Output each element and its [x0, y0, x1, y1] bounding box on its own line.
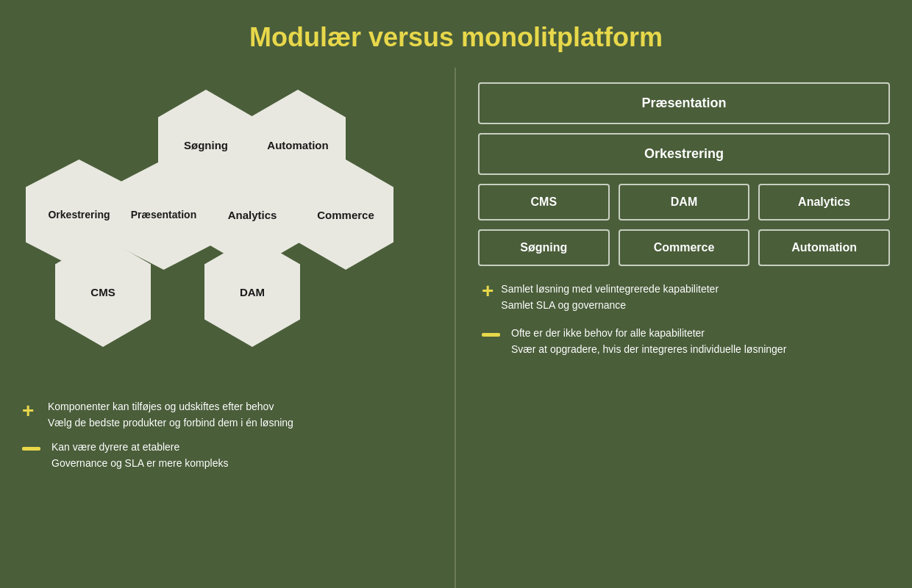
monolith-box-group: Præsentation Orkestrering CMS DAM Analyt… — [478, 82, 890, 266]
hex-dam: DAM — [204, 237, 300, 347]
left-panel: Søgning Automation Orkestrering Analytic… — [0, 68, 456, 588]
mono-box-dam: DAM — [619, 184, 750, 220]
right-pros-cons: + Samlet løsning med velintegrerede kapa… — [478, 281, 890, 358]
mono-row-3a: CMS DAM Analytics — [478, 184, 890, 220]
mono-box-analytics: Analytics — [758, 184, 890, 220]
mono-box-cms: CMS — [478, 184, 610, 220]
mono-box-sogning: Søgning — [478, 229, 610, 266]
right-pro-text: Samlet løsning med velintegrerede kapabi… — [501, 281, 719, 314]
left-con-item: Kan være dyrere at etablere Governance o… — [22, 439, 432, 472]
right-plus-icon: + — [482, 281, 494, 301]
hex-cms: CMS — [55, 237, 151, 347]
right-minus-icon — [482, 333, 500, 337]
mono-box-commerce: Commerce — [619, 229, 750, 266]
mono-row-orkestrering: Orkestrering — [478, 133, 890, 175]
left-pro-text: Komponenter kan tilføjes og udskiftes ef… — [48, 398, 293, 431]
mono-box-presentation: Præsentation — [478, 82, 890, 124]
hex-commerce: Commerce — [298, 159, 393, 270]
left-con-text: Kan være dyrere at etablere Governance o… — [51, 439, 228, 472]
hexagon-container: Søgning Automation Orkestrering Analytic… — [15, 82, 440, 391]
mono-box-orkestrering: Orkestrering — [478, 133, 890, 175]
mono-box-automation: Automation — [758, 229, 890, 266]
right-con-item: Ofte er der ikke behov for alle kapabili… — [482, 325, 886, 358]
mono-row-3b: Søgning Commerce Automation — [478, 229, 890, 266]
right-pro-item: + Samlet løsning med velintegrerede kapa… — [482, 281, 886, 314]
page-title: Modulær versus monolitplatform — [0, 0, 912, 68]
left-pro-item: + Komponenter kan tilføjes og udskiftes … — [22, 398, 432, 431]
minus-icon — [22, 447, 40, 451]
right-panel: Præsentation Orkestrering CMS DAM Analyt… — [456, 68, 912, 588]
right-con-text: Ofte er der ikke behov for alle kapabili… — [511, 325, 786, 358]
left-pros-cons: + Komponenter kan tilføjes og udskiftes … — [15, 398, 440, 472]
plus-icon: + — [22, 398, 37, 423]
mono-row-presentation: Præsentation — [478, 82, 890, 124]
